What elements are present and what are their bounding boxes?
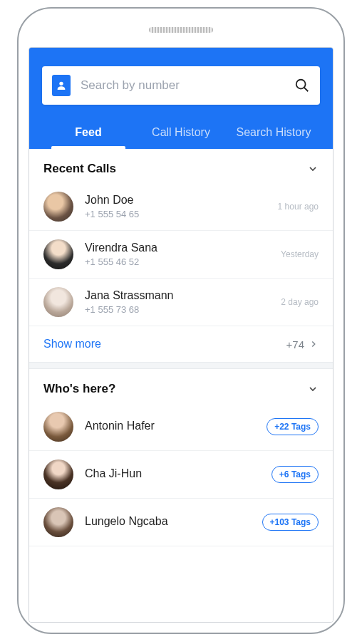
- chevron-right-icon: [309, 339, 319, 349]
- tab-search-history[interactable]: Search History: [227, 118, 320, 149]
- search-bar[interactable]: [42, 66, 320, 105]
- section-title: Who's here?: [43, 382, 115, 396]
- whos-here-item[interactable]: Antonin Hafer +22 Tags: [29, 403, 333, 451]
- tab-feed[interactable]: Feed: [42, 118, 135, 149]
- whos-here-item[interactable]: Cha Ji-Hun +6 Tags: [29, 451, 333, 499]
- avatar: [43, 287, 73, 317]
- phone-frame: Feed Call History Search History Recent …: [17, 7, 345, 634]
- contacts-icon: [52, 75, 71, 96]
- avatar: [43, 192, 73, 222]
- call-item[interactable]: Virendra Sana +1 555 46 52 Yesterday: [29, 231, 333, 279]
- tag-count-pill[interactable]: +103 Tags: [262, 514, 319, 531]
- contact-name: Cha Ji-Hun: [85, 467, 272, 480]
- whos-here-main: Lungelo Ngcaba: [85, 515, 262, 530]
- call-item-main: John Doe +1 555 54 65: [85, 194, 272, 219]
- contact-name: Lungelo Ngcaba: [85, 515, 262, 528]
- whos-here-item[interactable]: Lungelo Ngcaba +103 Tags: [29, 499, 333, 546]
- count-value: +74: [286, 338, 304, 350]
- person-icon: [56, 79, 67, 92]
- phone-speaker: [149, 27, 213, 33]
- call-item-main: Virendra Sana +1 555 46 52: [85, 242, 275, 267]
- search-input[interactable]: [81, 78, 294, 93]
- search-icon[interactable]: [294, 78, 310, 93]
- chevron-down-icon: [307, 163, 319, 175]
- show-more-count: +74: [286, 338, 319, 350]
- whos-here-main: Cha Ji-Hun: [85, 467, 272, 482]
- call-item[interactable]: Jana Strassmann +1 555 73 68 2 day ago: [29, 279, 333, 326]
- app-header: Feed Call History Search History: [29, 48, 333, 149]
- section-title: Recent Calls: [43, 162, 116, 176]
- section-header-whos-here[interactable]: Who's here?: [29, 369, 333, 403]
- svg-point-0: [59, 82, 63, 85]
- svg-line-2: [304, 88, 309, 92]
- contact-number: +1 555 46 52: [85, 256, 275, 267]
- tag-count-pill[interactable]: +6 Tags: [272, 466, 319, 483]
- tag-count-pill[interactable]: +22 Tags: [267, 418, 319, 435]
- whos-here-main: Antonin Hafer: [85, 420, 267, 435]
- call-time: 1 hour ago: [278, 202, 319, 212]
- contact-name: Virendra Sana: [85, 242, 275, 254]
- call-item-main: Jana Strassmann +1 555 73 68: [85, 289, 275, 315]
- section-divider: [29, 362, 333, 369]
- show-more-label: Show more: [43, 338, 101, 350]
- avatar: [43, 412, 73, 442]
- section-header-recent-calls[interactable]: Recent Calls: [29, 149, 333, 183]
- chevron-down-icon: [307, 383, 319, 395]
- tab-call-history[interactable]: Call History: [135, 118, 227, 149]
- avatar: [43, 507, 73, 537]
- call-time: 2 day ago: [281, 297, 319, 307]
- contact-number: +1 555 73 68: [85, 304, 275, 315]
- avatar: [43, 239, 73, 269]
- call-time: Yesterday: [281, 249, 319, 259]
- call-item[interactable]: John Doe +1 555 54 65 1 hour ago: [29, 183, 333, 231]
- contact-number: +1 555 54 65: [85, 209, 272, 219]
- app-screen: Feed Call History Search History Recent …: [29, 47, 333, 623]
- svg-point-1: [296, 80, 306, 89]
- show-more-recent-calls[interactable]: Show more +74: [29, 326, 333, 362]
- contact-name: Antonin Hafer: [85, 420, 267, 432]
- tabs: Feed Call History Search History: [42, 118, 320, 149]
- contact-name: John Doe: [85, 194, 272, 207]
- content: Recent Calls John Doe +1 555 54 65 1 hou…: [29, 149, 333, 622]
- contact-name: Jana Strassmann: [85, 289, 275, 302]
- avatar: [43, 459, 73, 489]
